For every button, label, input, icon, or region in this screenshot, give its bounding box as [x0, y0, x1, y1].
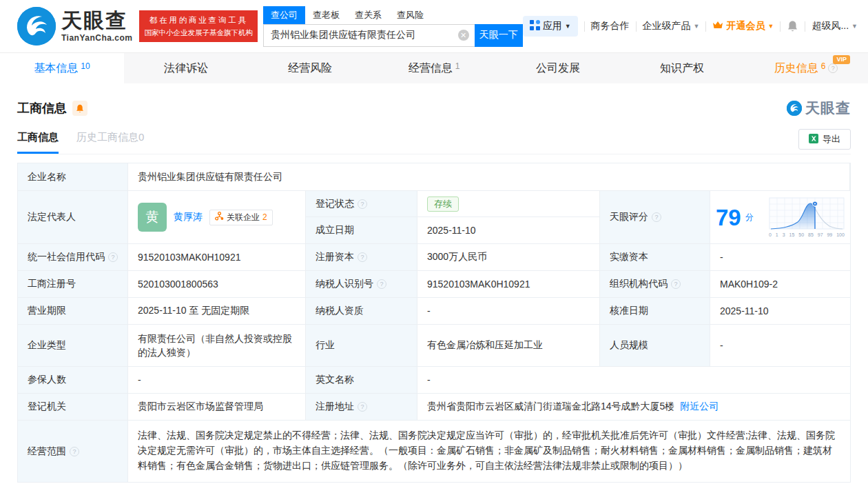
tab-development[interactable]: 公司发展	[496, 53, 620, 83]
org-code-value: MAK0H109-2	[710, 271, 850, 298]
field-label: 英文名称	[306, 367, 417, 394]
field-label: 核准日期	[600, 298, 710, 325]
tab-legal[interactable]: 法律诉讼	[124, 53, 248, 83]
industry-value: 有色金属冶炼和压延加工业	[417, 325, 600, 367]
field-label: 注册地址?	[306, 394, 417, 421]
promo-line1: 都在用的商业查询工具	[144, 14, 253, 27]
field-label: 登记状态?	[306, 191, 417, 217]
field-label: 组织机构代码?	[600, 271, 710, 298]
legal-rep-link[interactable]: 黄厚涛	[174, 211, 203, 223]
tianyancha-watermark-icon	[787, 101, 802, 116]
tab-label: 基本信息	[34, 61, 78, 76]
tab-label: 经营信息	[409, 61, 453, 76]
company-tab-bar: 基本信息 10 法律诉讼 经营风险 经营信息 1 公司发展 知识产权 VIP 历…	[0, 53, 868, 83]
reg-status-value: 存续	[417, 191, 600, 217]
clear-search-icon[interactable]: ✕	[458, 30, 469, 41]
nav-apps[interactable]: 应用 ▼	[523, 16, 578, 37]
nav-vip-label: 开通会员	[726, 20, 765, 32]
company-type-value: 有限责任公司（非自然人投资或控股的法人独资）	[128, 325, 306, 367]
help-icon[interactable]: ?	[828, 63, 838, 73]
search-tab-risk[interactable]: 查风险	[389, 6, 431, 24]
search-tab-boss[interactable]: 查老板	[305, 6, 347, 24]
search-tab-relation[interactable]: 查关系	[347, 6, 389, 24]
avatar: 黄	[138, 203, 167, 232]
tab-label: 历史信息	[774, 61, 818, 76]
field-label: 经营范围?	[18, 421, 128, 482]
score-axis: 0131550859799100	[769, 232, 845, 237]
org-chart-icon	[215, 212, 224, 223]
nav-cooperation[interactable]: 商务合作	[591, 20, 630, 32]
tab-label: 经营风险	[288, 61, 332, 76]
company-name-value: 贵州铝业集团供应链有限责任公司	[128, 163, 850, 191]
tab-count: 1	[455, 61, 460, 71]
registered-address-value: 贵州省贵阳市云岩区威清门街道瑞金北路14号成黔大厦5楼 附近公司	[417, 394, 850, 421]
nav-enterprise-label: 企业级产品	[643, 20, 691, 32]
help-icon[interactable]: ?	[671, 279, 681, 289]
nav-enterprise[interactable]: 企业级产品 ▼	[643, 20, 700, 32]
nav-vip[interactable]: 开通会员 ▼	[712, 20, 774, 32]
field-label: 天眼评分?	[600, 191, 710, 244]
subtab-history-business-info[interactable]: 历史工商信息0	[76, 131, 144, 154]
business-info-table: 企业名称 贵州铝业集团供应链有限责任公司 法定代表人 黄 黄厚涛 关联企业 2 …	[17, 163, 851, 483]
help-icon[interactable]: ?	[377, 279, 386, 289]
promo-line2: 国家中小企业发展子基金旗下机构	[144, 27, 253, 39]
status-badge: 存续	[427, 196, 459, 212]
notification-bell-icon[interactable]	[787, 20, 798, 32]
vip-badge: VIP	[833, 55, 850, 64]
subscribe-bell-icon[interactable]	[72, 101, 87, 116]
registry-authority-value: 贵阳市云岩区市场监督管理局	[128, 394, 306, 421]
paid-in-capital-value: -	[710, 244, 850, 271]
tab-count: 10	[81, 61, 90, 71]
help-icon[interactable]: ?	[108, 252, 118, 262]
section-title: 工商信息	[17, 100, 67, 117]
divider	[636, 21, 637, 32]
registered-capital-value: 3000万人民币	[417, 244, 600, 271]
field-label: 纳税人资质	[306, 298, 417, 325]
tab-operating-info[interactable]: 经营信息 1	[372, 53, 496, 83]
search-button[interactable]: 天眼一下	[475, 24, 523, 47]
registration-number-value: 520103001800563	[128, 271, 306, 298]
related-companies-badge[interactable]: 关联企业 2	[209, 210, 273, 225]
search-input[interactable]	[263, 24, 475, 47]
establish-date-value: 2025-11-10	[417, 217, 600, 244]
field-label: 企业类型	[18, 325, 128, 367]
tab-label: 公司发展	[536, 61, 580, 76]
help-icon[interactable]: ?	[358, 252, 367, 262]
english-name-value: -	[417, 367, 850, 394]
tab-count: 6	[821, 61, 826, 71]
tab-history[interactable]: VIP 历史信息 6 ?	[744, 53, 868, 83]
field-label: 登记机关	[18, 394, 128, 421]
chevron-down-icon: ▼	[767, 23, 774, 30]
help-icon[interactable]: ?	[652, 212, 661, 222]
tab-intellectual-property[interactable]: 知识产权	[620, 53, 744, 83]
apps-grid-icon	[530, 20, 540, 32]
chevron-down-icon: ▼	[694, 23, 700, 30]
promo-badge: 都在用的商业查询工具 国家中小企业发展子基金旗下机构	[139, 10, 258, 42]
export-button[interactable]: 导出	[798, 129, 851, 150]
subtab-business-info[interactable]: 工商信息	[17, 131, 59, 154]
top-header: 天眼查 TianYanCha.com 都在用的商业查询工具 国家中小企业发展子基…	[0, 0, 868, 53]
tab-label: 知识产权	[660, 61, 704, 76]
tab-operating-risk[interactable]: 经营风险	[248, 53, 372, 83]
nav-super-risk-label: 超级风...	[812, 20, 849, 32]
tab-label: 法律诉讼	[164, 61, 208, 76]
field-label: 纳税人识别号?	[306, 271, 417, 298]
watermark-text: 天眼查	[805, 99, 851, 118]
insured-count-value: -	[128, 367, 306, 394]
field-label: 人员规模	[600, 325, 710, 367]
brand-logo[interactable]: 天眼查 TianYanCha.com	[17, 7, 132, 46]
related-companies-label: 关联企业	[227, 212, 260, 223]
help-icon[interactable]: ?	[358, 199, 367, 209]
credit-code-value: 91520103MAK0H10921	[128, 244, 306, 271]
divider	[584, 21, 585, 32]
watermark-logo: 天眼查	[787, 99, 851, 118]
export-label: 导出	[823, 133, 840, 145]
nav-cooperation-label: 商务合作	[591, 20, 630, 32]
search-tab-company[interactable]: 查公司	[263, 6, 305, 24]
help-icon[interactable]: ?	[70, 447, 79, 456]
field-label: 工商注册号	[18, 271, 128, 298]
help-icon[interactable]: ?	[358, 402, 367, 412]
nav-super-risk[interactable]: 超级风... ▼	[812, 20, 858, 32]
nearby-companies-link[interactable]: 附近公司	[680, 401, 719, 413]
tab-basic-info[interactable]: 基本信息 10	[0, 53, 124, 83]
